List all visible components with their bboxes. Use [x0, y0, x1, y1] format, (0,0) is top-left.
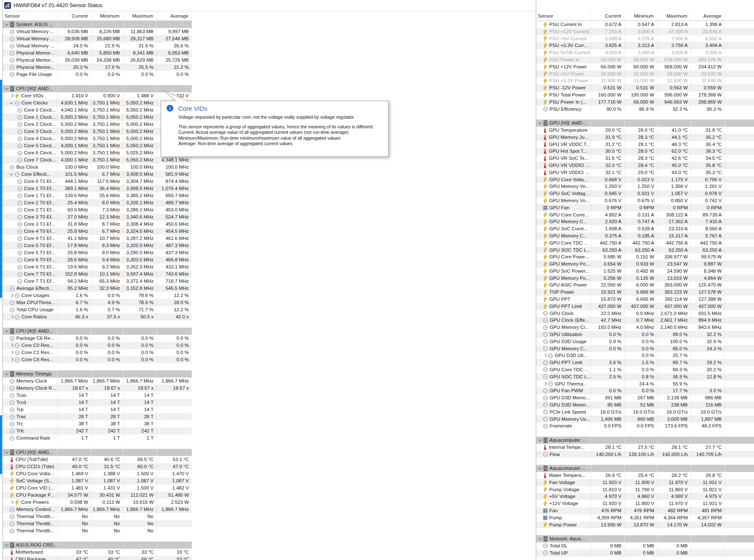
sensor-row[interactable]: GPU SOC TDC L...63.250 A63.250 A63.250 A… [536, 247, 754, 254]
sensor-row[interactable]: Virtual Memory ...24.0 %21.9 %31.5 %26.6… [3, 42, 192, 49]
chevron-down-icon[interactable] [4, 542, 10, 548]
sensor-row[interactable]: CPU Package P...34.577 W30.431 W112.021 … [3, 492, 192, 499]
sensor-row[interactable]: Core 1 T1 Ef...139.6 MHz25.6 MHz3,385.2 … [3, 192, 192, 199]
sensor-row[interactable]: Internal Tempe...28.1 °C27.5 °C28.1 °C27… [536, 444, 754, 451]
sensor-row[interactable]: Thermal Throttli...NoNoNo [3, 513, 192, 520]
sensor-row[interactable]: Max CPU/Threa...6.7 %4.9 %78.6 %28.0 % [3, 299, 192, 306]
sensor-row[interactable]: Water Tempera...26.9 °C25.4 °C28.2 °C26.… [536, 472, 754, 479]
sensor-row[interactable]: GPU ASIC Power22.000 W6.000 W393.000 W12… [536, 281, 754, 289]
column-header-average[interactable]: Average [691, 11, 725, 21]
sensor-row[interactable]: Virtual Memory ...28,508 MB25,680 MB29,3… [3, 35, 192, 42]
sensor-row[interactable]: Core 6 T1 Ef...19.6 MHz9.2 MHz3,262.3 MH… [3, 263, 192, 271]
column-header-maximum[interactable]: Maximum [657, 11, 691, 21]
sensor-row[interactable]: Core 7 Clock...4,000.1 MHz3,750.1 MHz5,0… [3, 156, 192, 164]
title-bar[interactable]: HWiNFO64 v7.01-4420 Sensor Status [3, 0, 536, 11]
sensor-row[interactable]: GPU Core Curre...4.802 A0.131 A308.122 A… [536, 211, 754, 219]
sensor-row[interactable]: GPU PPT Limit437.000 W437.000 W437.000 W… [536, 303, 754, 310]
section-header-row[interactable]: System: ASUS ... [3, 21, 192, 28]
sensor-row[interactable]: Average Effecti...95.2 MHz32.3 MHz3,152.… [3, 285, 192, 292]
sensor-row[interactable]: PSU Efficiency90.0 %86.9 %92.3 %90.3 % [536, 106, 754, 113]
sensor-row[interactable]: GPU Clock22.0 MHz0.0 MHz2,671.0 MHz931.5… [536, 310, 754, 317]
sensor-row[interactable]: GPU Memory C...2.920 A0.747 A17.362 A7.4… [536, 218, 754, 225]
chevron-down-icon[interactable] [4, 371, 10, 377]
sensor-row[interactable]: CPU Core Volta...1.469 V1.388 V1.500 V1.… [3, 470, 192, 477]
sensor-row[interactable]: GPU Clock (Effe...42.7 MHz0.7 MHz2,661.7… [536, 317, 754, 324]
column-header-current[interactable]: Current [591, 11, 624, 21]
sensor-row[interactable]: Bus Clock100.0 MHz100.0 MHz100.0 MHz100.… [3, 164, 192, 171]
sensor-row[interactable]: Core 3 T1 Ef...31.8 MHz8.7 MHz3,308.4 MH… [3, 221, 192, 228]
sensor-row[interactable]: PCIe Link Speed16.0 GT/s16.0 GT/s16.0 GT… [536, 409, 754, 416]
sensor-row[interactable]: Physical Memor...20.3 %17.9 %25.5 %21.2 … [3, 64, 192, 71]
sensor-row[interactable]: GPU Memory C...0.375 A0.185 A15.317 A5.7… [536, 232, 754, 240]
sensor-row[interactable]: Fan Voltage11.920 V11.900 V11.970 V11.93… [536, 479, 754, 486]
chevron-down-icon[interactable] [4, 449, 10, 456]
sensor-row[interactable]: Core 0 T1 Ef...444.1 MHz117.6 MHz3,304.7… [3, 178, 192, 185]
sensor-row[interactable]: PSU +12V Current7.250 A3.000 A47.000 A20… [536, 28, 754, 35]
sensor-row[interactable]: GPU Therma...24.4 %55.9 % [536, 380, 754, 388]
sensor-row[interactable]: Core Effecti...101.5 MHz6.7 MHz3,908.5 M… [3, 171, 192, 178]
sensor-row[interactable]: +5V Voltage4.970 V4.960 V4.990 V4.975 V [536, 493, 754, 500]
chevron-right-icon[interactable] [8, 314, 15, 320]
sensor-row[interactable]: GPU VR VDDCI ...32.1 °C29.0 °C43.0 °C35.… [536, 169, 754, 176]
chevron-down-icon[interactable] [4, 21, 10, 28]
chevron-right-icon[interactable] [542, 352, 548, 359]
sensor-row[interactable]: GPU D3D Usage0.9 %0.0 %100.0 %32.9 % [536, 338, 754, 345]
sensor-row[interactable]: GPU Core Volta...0.668 V0.023 V1.175 V0.… [536, 176, 754, 183]
chevron-right-icon[interactable] [8, 357, 15, 363]
sensor-row[interactable]: Tcas14 T14 T14 T [3, 392, 192, 399]
column-header-minimum[interactable]: Minimum [624, 11, 657, 21]
sensor-row[interactable]: Physical Memor...26,039 MB24,338 MB26,82… [3, 57, 192, 64]
sensor-row[interactable]: GPU Memory Ju...31.9 °C28.3 °C44.1 °C35.… [536, 134, 754, 141]
sensor-row[interactable]: GPU Memory Cl...192.0 MHz4.0 MHz2,140.0 … [536, 324, 754, 331]
sensor-row[interactable]: Physical Memor...6,640 MB5,850 MB8,341 M… [3, 49, 192, 57]
chevron-right-icon[interactable] [8, 342, 15, 349]
sensor-row[interactable]: Core C0 Res...0.0 %0.0 %0.0 %0.0 % [3, 342, 192, 349]
sensor-row[interactable]: GPU D3D Uti...0.0 %25.7 % [536, 352, 754, 359]
sensor-row[interactable]: Fan476 RPM476 RPM482 RPM481 RPM [536, 507, 754, 514]
column-header-sensor[interactable]: Sensor [3, 11, 57, 21]
sensor-row[interactable]: PSU +5V Current6.688 A6.375 A7.000 A6.59… [536, 35, 754, 42]
sensor-row[interactable]: Trc38 T38 T38 T [3, 420, 192, 427]
sensor-row[interactable]: PSU +3.3V Power11.500 W11.000 W12.500 W1… [536, 77, 754, 84]
sensor-row[interactable]: Flow140.200 L/h139.100 L/h142.000 L/h140… [536, 451, 754, 458]
column-header-average[interactable]: Average [157, 11, 192, 21]
sensor-row[interactable]: CPU CCD1 (Tdie)40.0 °C31.5 °C80.0 °C47.0… [3, 463, 192, 470]
sensor-row[interactable]: GPU Hot Spot T...30.0 °C28.0 °C62.0 °C38… [536, 148, 754, 155]
sensor-row[interactable]: Trcd14 T14 T14 T [3, 399, 192, 406]
sensor-row[interactable]: Core 4 T0 Ef...25.8 MHz6.7 MHz3,324.5 MH… [3, 228, 192, 235]
sensor-row[interactable]: Package C6 Re...0.0 %0.0 %0.0 %0.0 % [3, 335, 192, 342]
sensor-row[interactable]: PSU Power In (...177.716 W68.000 W646.56… [536, 99, 754, 106]
sensor-row[interactable]: Core 4 T1 Ef...41.1 MHz10.7 MHz3,287.2 M… [3, 235, 192, 242]
sensor-row[interactable]: Core 6 T0 Ef...28.6 MHz9.4 MHz3,303.0 MH… [3, 256, 192, 263]
sensor-row[interactable]: Core 3 T0 Ef...27.0 MHz12.3 MHz3,340.6 M… [3, 214, 192, 221]
sensor-row[interactable]: Trfc242 T242 T242 T [3, 427, 192, 435]
sensor-row[interactable]: Total UP0 MB0 MB0 MB [536, 550, 754, 557]
chevron-right-icon[interactable] [8, 93, 15, 99]
sensor-row[interactable]: GPU PPT Limit3.6 %1.5 %89.7 %29.2 % [536, 359, 754, 366]
sensor-row[interactable]: Page File Usage0.0 %0.0 %0.0 %0.0 % [3, 71, 192, 78]
sensor-row[interactable]: Core C6 Res...0.0 %0.0 %0.0 %0.0 % [3, 356, 192, 363]
sensor-row[interactable]: PSU 5VSB Current3.000 A3.000 A3.000 A3.0… [536, 49, 754, 56]
sensor-row[interactable]: Motherboard33 °C33 °C33 °C33 °C [3, 549, 192, 556]
sensor-row[interactable]: PSU +3.3V Curr...3.625 A3.313 A3.750 A3.… [536, 42, 754, 49]
sensor-row[interactable]: Core 1 T0 Ef...389.1 MHz36.4 MHz3,908.5 … [3, 185, 192, 192]
sensor-row[interactable]: Core Powers0.598 W0.113 W10.615 W2.523 W [3, 499, 192, 506]
sensor-row[interactable]: GPU VR VDDC T...31.2 °C28.1 °C48.3 °C36.… [536, 141, 754, 148]
sensor-row[interactable]: CPU Package47 °C40 °C66 °C53 °C [3, 556, 192, 560]
chevron-right-icon[interactable] [542, 381, 548, 387]
sensor-row[interactable]: Core 5 T0 Ef...17.8 MHz8.3 MHz3,320.9 MH… [3, 242, 192, 249]
sensor-row[interactable]: GPU D3D Memo...85 MB51 MB238 MB116 MB [536, 401, 754, 409]
section-header-row[interactable]: ASUS ROG CRO... [3, 542, 192, 549]
column-header-sensor[interactable]: Sensor [536, 11, 591, 21]
sensor-row[interactable]: Pump Power13.990 W13.870 W14.170 W14.002… [536, 521, 754, 529]
sensor-row[interactable]: Thermal Throttli...NoNoNo [3, 527, 192, 534]
sensor-row[interactable]: GPU Memory Us...1,495 MB860 MB3,000 MB1,… [536, 416, 754, 423]
sensor-row[interactable]: Memory Clock1,866.7 MHz1,866.7 MHz1,866.… [3, 378, 192, 385]
chevron-right-icon[interactable] [8, 349, 15, 356]
section-header-row[interactable]: Aquacomputer ... [536, 437, 754, 444]
sensor-row[interactable]: GPU Memory Vo...1.250 V1.250 V1.356 V1.2… [536, 183, 754, 190]
sensor-row[interactable]: GPU SoC Voltag...0.945 V0.931 V1.057 V0.… [536, 190, 754, 197]
sensor-row[interactable]: PSU +12V Power66.000 W60.000 W568.000 W2… [536, 63, 754, 70]
sensor-row[interactable]: Core 7 T1 Ef...94.2 MHz65.3 MHz3,372.4 M… [3, 278, 192, 285]
sensor-row[interactable]: Pump Voltage11.810 V11.790 V11.860 V11.8… [536, 486, 754, 493]
